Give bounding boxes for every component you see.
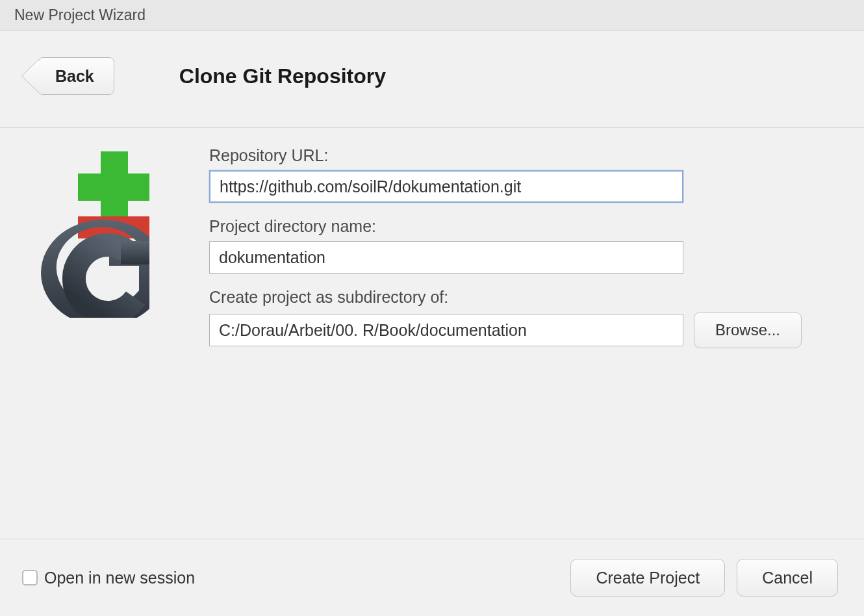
cancel-button[interactable]: Cancel: [737, 559, 838, 597]
git-logo-icon: [39, 146, 149, 363]
subdir-label: Create project as subdirectory of:: [209, 288, 833, 307]
create-project-button[interactable]: Create Project: [570, 559, 725, 597]
open-new-session-label: Open in new session: [44, 569, 195, 587]
page-title: Clone Git Repository: [179, 64, 386, 88]
footer-row: Open in new session Create Project Cance…: [0, 539, 864, 597]
dir-name-input[interactable]: [209, 241, 683, 274]
subdir-input[interactable]: [209, 314, 683, 346]
browse-button[interactable]: Browse...: [694, 312, 802, 348]
subdir-group: Create project as subdirectory of: Brows…: [209, 288, 833, 348]
svg-rect-4: [121, 241, 149, 264]
footer-buttons: Create Project Cancel: [570, 559, 838, 597]
repo-url-label: Repository URL:: [209, 146, 833, 165]
repo-url-input[interactable]: [209, 170, 683, 203]
repo-url-group: Repository URL:: [209, 146, 833, 203]
back-button-label: Back: [55, 67, 94, 86]
window-titlebar: New Project Wizard: [0, 0, 864, 31]
dir-name-label: Project directory name:: [209, 217, 833, 236]
open-new-session-checkbox[interactable]: Open in new session: [22, 569, 195, 587]
window-title: New Project Wizard: [14, 6, 146, 23]
content-area: Repository URL: Project directory name: …: [0, 128, 864, 363]
checkbox-box-icon: [22, 570, 38, 585]
header-row: Back Clone Git Repository: [0, 31, 864, 128]
dir-name-group: Project directory name:: [209, 217, 833, 274]
form-area: Repository URL: Project directory name: …: [149, 146, 833, 363]
svg-rect-1: [78, 173, 149, 201]
back-button[interactable]: Back: [38, 57, 114, 95]
